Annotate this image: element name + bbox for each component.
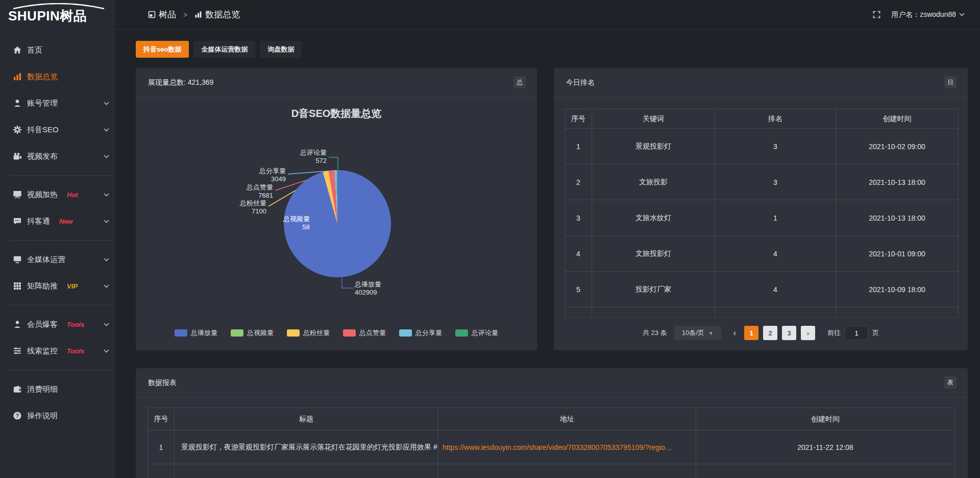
legend-label: 总粉丝量	[303, 328, 330, 338]
report-table-header: 序号标题地址创建时间	[148, 408, 955, 431]
ranking-panel: 今日排名 日 序号关键词排名创建时间 1景观投影灯32021-10-02 09:…	[554, 68, 968, 350]
sidebar-item-label: 抖音SEO	[27, 125, 59, 135]
pagination-goto: 前往 页	[827, 326, 879, 340]
report-table: 序号标题地址创建时间 1景观投影灯，夜游景观投影灯厂家展示展示落花灯在花园里的灯…	[148, 408, 955, 478]
gear-icon	[13, 125, 22, 134]
sidebar-item-8[interactable]: 全媒体运营	[0, 246, 115, 273]
app-square-icon	[148, 11, 156, 18]
table-cell: 1	[148, 431, 175, 464]
overview-panel-header: 展现量总数: 421,369 总	[136, 68, 537, 97]
callout-fans: 总粉丝量 7100	[205, 199, 266, 216]
report-badge-button[interactable]: 表	[944, 376, 957, 389]
chart-legend: 总播放量总视频量总粉丝量总点赞量总分享量总评论量	[136, 328, 537, 338]
legend-item[interactable]: 总点赞量	[343, 328, 386, 338]
legend-label: 总播放量	[191, 328, 217, 338]
user-menu[interactable]: 用户名：zswodun88	[891, 10, 965, 19]
chevron-down-icon	[104, 193, 109, 197]
legend-item[interactable]: 总播放量	[175, 328, 217, 338]
sidebar-item-badge: VIP	[67, 282, 78, 290]
sidebar: SHUPIN树品 首页数据总览账号管理抖音SEO视频发布视频加热Hot抖客通Ne…	[0, 0, 115, 478]
table-cell: 文旅水纹灯	[592, 200, 715, 236]
column-header: 关键词	[592, 109, 715, 129]
divider	[136, 397, 968, 398]
screen-icon	[13, 190, 22, 199]
report-panel-header: 数据报表 表	[136, 368, 968, 397]
legend-swatch	[287, 329, 300, 337]
legend-item[interactable]: 总视频量	[231, 328, 274, 338]
legend-item[interactable]: 总分享量	[399, 328, 442, 338]
legend-item[interactable]: 总评论量	[455, 328, 498, 338]
tab-media-operation[interactable]: 全媒体运营数据	[193, 41, 255, 58]
sidebar-item-3[interactable]: 账号管理	[0, 90, 115, 116]
help-icon: ?	[13, 411, 22, 420]
pagination-page-1[interactable]: 1	[744, 326, 758, 340]
tab-douyin-seo[interactable]: 抖音seo数据	[136, 41, 189, 58]
sidebar-item-13[interactable]: ?操作说明	[0, 402, 115, 429]
fullscreen-icon[interactable]	[872, 10, 881, 19]
report-title-cell: 景观投影灯，夜游景观投影灯厂家展示展示落花灯在花园里的灯光投影应用效果 #	[175, 431, 438, 464]
legend-label: 总视频量	[247, 328, 274, 338]
table-cell: 投影灯厂家	[592, 272, 715, 307]
sidebar-item-label: 账号管理	[27, 99, 58, 108]
table-cell: 3	[715, 129, 836, 164]
sidebar-item-1[interactable]: 首页	[0, 37, 115, 63]
table-cell: 景观投影灯	[592, 129, 715, 164]
report-panel: 数据报表 表 序号标题地址创建时间 1景观投影灯，夜游景观投影灯厂家展示展示落花…	[136, 368, 968, 478]
overview-title: 展现量总数: 421,369	[148, 78, 213, 87]
breadcrumb-page[interactable]: 数据总览	[205, 9, 240, 20]
table-row-clipped	[148, 464, 955, 478]
pagination-prev-button[interactable]: ‹	[733, 326, 736, 340]
report-url-cell: https://www.iesdouyin.com/share/video/70…	[438, 431, 696, 464]
legend-item[interactable]: 总粉丝量	[287, 328, 330, 338]
sidebar-item-4[interactable]: 抖音SEO	[0, 116, 115, 143]
table-cell: 2021-10-13 18:00	[836, 164, 959, 200]
column-header: 标题	[175, 408, 438, 431]
data-tabs: 抖音seo数据 全媒体运营数据 询盘数据	[136, 41, 302, 58]
sidebar-item-5[interactable]: 视频发布	[0, 143, 115, 170]
chevron-down-icon: ▼	[708, 330, 714, 336]
pagination-page-2[interactable]: 2	[763, 326, 777, 340]
goto-label: 前往	[827, 328, 841, 338]
sidebar-item-12[interactable]: 消费明细	[0, 376, 115, 402]
sidebar-item-label: 会员爆客	[27, 320, 58, 329]
report-link[interactable]: https://www.iesdouyin.com/share/video/70…	[443, 443, 672, 451]
sidebar-item-label: 操作说明	[27, 411, 58, 421]
chevron-down-icon	[104, 128, 109, 132]
table-cell: 2021-10-01 09:00	[836, 236, 959, 272]
pagination-next-button[interactable]: ›	[801, 326, 815, 340]
table-row: 5投影灯厂家42021-10-09 18:00	[565, 272, 959, 307]
pagination-page-3[interactable]: 3	[782, 326, 796, 340]
ranking-badge-button[interactable]: 日	[944, 76, 957, 88]
home-icon	[13, 45, 22, 55]
sidebar-item-10[interactable]: 会员爆客Tools	[0, 311, 115, 338]
sidebar-item-6[interactable]: 视频加热Hot	[0, 181, 115, 208]
chevron-down-icon	[104, 155, 109, 158]
chevron-down-icon	[104, 284, 109, 288]
tab-inquiry[interactable]: 询盘数据	[260, 41, 302, 58]
sidebar-item-9[interactable]: 矩阵助推VIP	[0, 273, 115, 299]
goto-page-input[interactable]	[845, 326, 868, 340]
column-header: 排名	[715, 109, 836, 129]
overview-badge-button[interactable]: 总	[513, 76, 526, 88]
table-row: 2文旅投影32021-10-13 18:00	[565, 164, 959, 200]
sidebar-item-2[interactable]: 数据总览	[0, 63, 115, 90]
table-cell: 2021-11-22 12:08	[696, 431, 955, 464]
main-content: 抖音seo数据 全媒体运营数据 询盘数据 展现量总数: 421,369 总 D音…	[115, 30, 980, 478]
table-row: 4文旅投影灯42021-10-01 09:00	[565, 236, 959, 272]
table-cell: 2021-10-02 09:00	[836, 129, 959, 164]
sidebar-item-badge: Hot	[67, 191, 78, 199]
breadcrumb-app[interactable]: 树品	[159, 9, 176, 20]
table-cell: 2021-10-13 18:00	[836, 200, 959, 236]
table-cell: 1	[565, 129, 592, 164]
pagination-pages: 123›	[744, 326, 815, 340]
legend-swatch	[455, 329, 468, 337]
sidebar-item-11[interactable]: 线索监控Tools	[0, 338, 115, 364]
sidebar-item-7[interactable]: 抖客通New	[0, 208, 115, 234]
sidebar-item-label: 抖客通	[27, 217, 50, 226]
column-header: 创建时间	[696, 408, 955, 431]
page-size-select[interactable]: 10条/页 ▼	[674, 326, 721, 340]
divider	[554, 97, 968, 98]
member-icon	[13, 320, 22, 329]
app-logo: SHUPIN树品	[0, 0, 115, 30]
column-header: 地址	[438, 408, 696, 431]
